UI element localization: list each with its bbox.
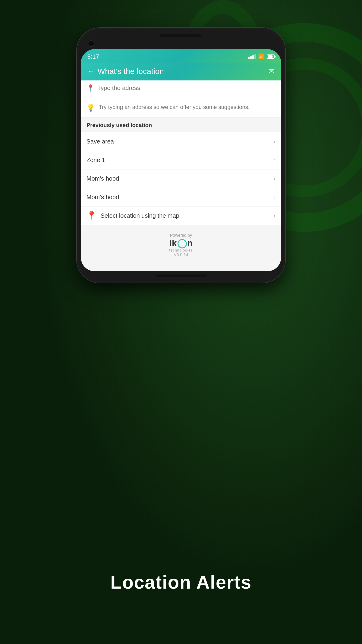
address-search-input[interactable]	[97, 84, 276, 92]
mail-icon[interactable]: ✉	[268, 67, 275, 76]
phone-camera	[88, 40, 94, 47]
list-item-zone1[interactable]: Zone 1 ›	[81, 151, 281, 170]
chevron-right-icon: ›	[274, 175, 276, 182]
map-location-item[interactable]: 📍 Select location using the map ›	[81, 206, 281, 225]
phone-speaker-bottom	[156, 274, 206, 277]
phone-shell: 8:17 📶 ← What's the location ✉	[77, 28, 285, 283]
phone-speaker-top	[160, 34, 202, 37]
search-input-row: 📍	[86, 84, 276, 94]
back-button[interactable]: ←	[87, 68, 94, 75]
map-item-left: 📍 Select location using the map	[86, 211, 180, 220]
chevron-right-icon: ›	[274, 156, 276, 164]
phone-bottom-bar	[81, 271, 281, 279]
list-item-label: Mom's hood	[86, 194, 119, 201]
chevron-right-icon: ›	[274, 194, 276, 201]
battery-icon	[267, 54, 275, 59]
previously-used-section-header: Previously used location	[81, 118, 281, 132]
location-alerts-title: Location Alerts	[110, 572, 252, 593]
list-item-save-area[interactable]: Save area ›	[81, 132, 281, 151]
map-pin-icon: 📍	[86, 211, 97, 220]
suggestion-text: Try typing an address so we can offer yo…	[99, 103, 250, 111]
map-item-label: Select location using the map	[100, 212, 180, 219]
list-item-label: Mom's hood	[86, 175, 119, 182]
phone-top-bar	[81, 32, 281, 40]
status-time: 8:17	[87, 53, 99, 60]
list-item-label: Zone 1	[86, 156, 105, 164]
bulb-icon: 💡	[86, 104, 95, 112]
list-item-moms-hood-1[interactable]: Mom's hood ›	[81, 170, 281, 188]
section-title: Previously used location	[86, 122, 152, 128]
status-bar: 8:17 📶	[81, 49, 281, 63]
status-icons: 📶	[248, 54, 275, 60]
wifi-icon: 📶	[258, 54, 264, 60]
powered-by-text: Powered by	[169, 233, 193, 238]
signal-icon	[248, 54, 256, 59]
list-item-label: Save area	[86, 138, 114, 145]
app-header: ← What's the location ✉	[81, 63, 281, 80]
list-item-moms-hood-2[interactable]: Mom's hood ›	[81, 188, 281, 206]
location-pin-icon: 📍	[86, 84, 94, 92]
chevron-right-icon: ›	[274, 212, 276, 219]
version-text: V3.0.14	[169, 252, 193, 257]
page-title: What's the location	[98, 67, 164, 76]
search-container: 📍	[81, 80, 281, 98]
ikon-logo: ik◯n technologies	[169, 238, 193, 252]
phone-screen: 8:17 📶 ← What's the location ✉	[81, 49, 281, 271]
suggestion-section: 💡 Try typing an address so we can offer …	[81, 98, 281, 118]
screen-footer: Powered by ik◯n technologies V3.0.14	[81, 225, 281, 271]
chevron-right-icon: ›	[274, 138, 276, 145]
header-left: ← What's the location	[87, 67, 164, 76]
ikon-logo-o: ◯	[177, 238, 187, 248]
